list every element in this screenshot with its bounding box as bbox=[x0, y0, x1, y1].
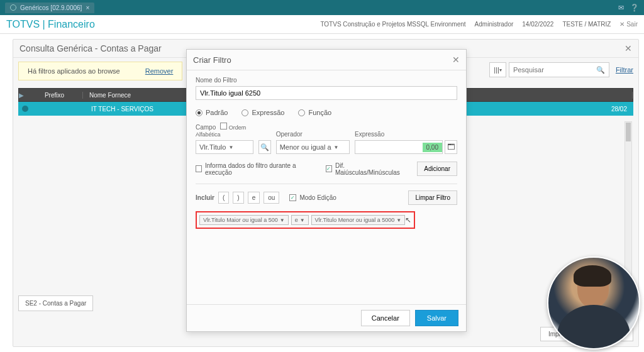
exit-button[interactable]: ✕ Sair bbox=[619, 21, 638, 28]
chevron-down-icon: ▼ bbox=[334, 145, 339, 150]
company-label: TESTE / MATRIZ bbox=[562, 21, 611, 28]
checkbox-icon: ✓ bbox=[326, 165, 332, 172]
informa-checkbox[interactable]: Informa dados do filtro durante a execuç… bbox=[196, 162, 311, 176]
salvar-button[interactable]: Salvar bbox=[415, 310, 458, 326]
filter-chip-2[interactable]: Vlr.Titulo Menor ou igual a 5000▼ bbox=[311, 215, 406, 225]
row-status-icon bbox=[22, 106, 28, 112]
close-icon[interactable]: × bbox=[86, 4, 89, 11]
chevron-down-icon: ▼ bbox=[280, 217, 285, 223]
sort-arrow-icon[interactable]: ▶ bbox=[19, 92, 24, 99]
radio-dot-icon bbox=[196, 109, 203, 116]
filter-expression-highlight: Vlr.Titulo Maior ou igual a 500▼ e▼ Vlr.… bbox=[196, 211, 415, 229]
dif-maiusculas-checkbox[interactable]: ✓Dif. Maiúsculas/Minúsculas bbox=[326, 162, 402, 176]
col-prefixo[interactable]: Prefixo bbox=[26, 92, 83, 99]
operador-label: Operador bbox=[276, 131, 350, 138]
user-label: Administrador bbox=[475, 21, 514, 28]
radio-dot-icon bbox=[298, 109, 305, 116]
cursor-icon: ↖ bbox=[405, 216, 411, 224]
radio-expressao[interactable]: Expressão bbox=[242, 109, 284, 116]
search-input[interactable] bbox=[513, 66, 592, 74]
panel-close-icon[interactable]: ✕ bbox=[625, 43, 632, 53]
scrollbar[interactable] bbox=[625, 121, 632, 290]
dialog-title: Criar Filtro bbox=[193, 55, 231, 65]
operador-select[interactable]: Menor ou igual a▼ bbox=[276, 140, 350, 154]
chevron-down-icon: ▼ bbox=[300, 217, 305, 223]
radio-padrao[interactable]: Padrão bbox=[196, 109, 228, 116]
app-tab-label: Genéricos [02.9.0006] bbox=[20, 4, 82, 11]
filter-notice-text: Há filtros aplicados ao browse bbox=[28, 67, 120, 75]
paren-open-button[interactable]: ( bbox=[218, 192, 229, 204]
radio-dot-icon bbox=[242, 109, 248, 116]
columns-icon: ||| bbox=[494, 66, 499, 74]
env-label: TOTVS Construção e Projetos MSSQL Enviro… bbox=[320, 21, 465, 28]
chevron-down-icon: ▼ bbox=[396, 217, 401, 223]
divider bbox=[196, 184, 457, 184]
chevron-down-icon: ▼ bbox=[228, 145, 233, 150]
dialog-close-icon[interactable]: ✕ bbox=[452, 55, 460, 65]
search-icon[interactable]: 🔍 bbox=[596, 66, 605, 74]
columns-button[interactable]: ||| ▾ bbox=[489, 62, 506, 77]
campo-select[interactable]: Vlr.Titulo▼ bbox=[196, 140, 253, 154]
campo-search-icon[interactable]: 🔍 bbox=[258, 140, 270, 154]
app-topbar: Genéricos [02.9.0006] × ✉ ❔ bbox=[0, 0, 644, 15]
expressao-label: Expressão bbox=[355, 131, 457, 138]
scroll-thumb[interactable] bbox=[626, 123, 631, 141]
cancelar-button[interactable]: Cancelar bbox=[361, 310, 410, 326]
paren-close-button[interactable]: ) bbox=[233, 192, 243, 204]
sub-header: TOTVS | Financeiro TOTVS Construção e Pr… bbox=[0, 15, 644, 34]
create-filter-dialog: Criar Filtro ✕ Nome do Filtro Padrão Exp… bbox=[186, 49, 467, 332]
checkbox-icon: ✓ bbox=[289, 194, 296, 201]
bottom-tag[interactable]: SE2 - Contas a Pagar bbox=[18, 295, 93, 311]
radio-funcao[interactable]: Função bbox=[298, 109, 331, 116]
filter-chip-1[interactable]: Vlr.Titulo Maior ou igual a 500▼ bbox=[199, 215, 289, 225]
ordem-checkbox[interactable] bbox=[220, 123, 227, 129]
filter-type-radios: Padrão Expressão Função bbox=[196, 109, 457, 116]
mail-icon[interactable]: ✉ bbox=[618, 4, 624, 12]
cell-date: 28/02 bbox=[604, 106, 633, 113]
adicionar-button[interactable]: Adicionar bbox=[417, 162, 457, 176]
expressao-value: 0,00 bbox=[423, 143, 442, 152]
chevron-down-icon: ▾ bbox=[499, 67, 502, 73]
remove-filter-link[interactable]: Remover bbox=[145, 67, 174, 75]
expressao-input[interactable]: 0,00 bbox=[355, 140, 443, 154]
limpar-filtro-button[interactable]: Limpar Filtro bbox=[408, 190, 457, 205]
help-icon[interactable]: ❔ bbox=[630, 4, 639, 12]
incluir-label: Incluir bbox=[196, 194, 214, 201]
filter-link[interactable]: Filtrar bbox=[616, 66, 633, 74]
filter-notice: Há filtros aplicados ao browse Remover bbox=[18, 62, 182, 80]
app-tab[interactable]: Genéricos [02.9.0006] × bbox=[5, 3, 94, 13]
date-label: 14/02/2022 bbox=[522, 21, 553, 28]
e-button[interactable]: e bbox=[248, 192, 260, 204]
brand-title: TOTVS | Financeiro bbox=[6, 19, 95, 30]
campo-label: Campo Ordem Alfabética bbox=[196, 123, 253, 138]
modo-edicao-checkbox[interactable]: ✓Modo Edição bbox=[289, 194, 336, 201]
webcam-overlay bbox=[547, 256, 640, 349]
toolbar: ||| ▾ 🔍 Filtrar bbox=[489, 62, 633, 77]
checkbox-icon bbox=[196, 165, 202, 172]
search-box[interactable]: 🔍 bbox=[509, 62, 609, 77]
ou-button[interactable]: ou bbox=[264, 192, 279, 204]
expression-picker-icon[interactable]: 🗔 bbox=[445, 140, 457, 154]
panel-title: Consulta Genérica - Contas a Pagar bbox=[19, 43, 162, 53]
refresh-icon bbox=[10, 4, 16, 11]
nome-filtro-label: Nome do Filtro bbox=[196, 77, 457, 84]
nome-filtro-input[interactable] bbox=[196, 86, 457, 100]
filter-chip-e[interactable]: e▼ bbox=[291, 215, 309, 225]
